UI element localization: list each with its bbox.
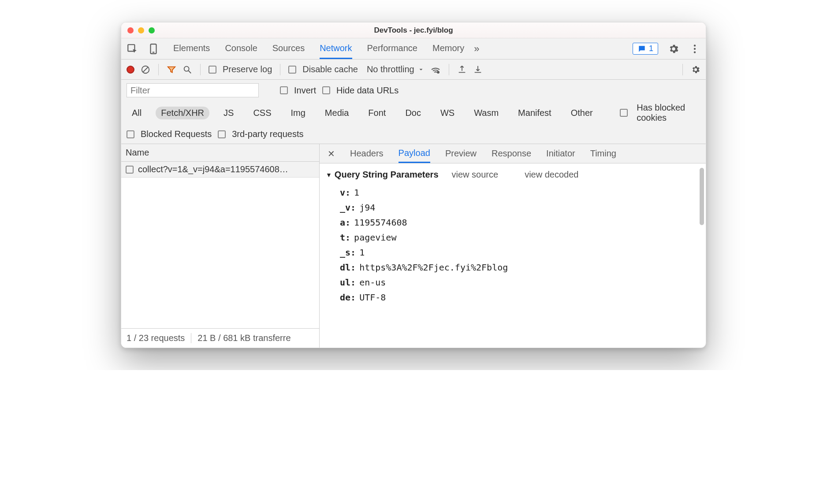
svg-point-8 xyxy=(184,66,189,71)
request-name: collect?v=1&_v=j94&a=1195574608… xyxy=(138,164,288,174)
svg-point-3 xyxy=(694,44,696,46)
param-value: 1 xyxy=(359,247,365,258)
query-param: _s:1 xyxy=(340,245,697,260)
svg-point-10 xyxy=(437,71,440,74)
detail-tab-response[interactable]: Response xyxy=(492,145,531,162)
minimize-window-button[interactable] xyxy=(138,27,144,33)
section-title-text: Query String Parameters xyxy=(335,170,439,180)
type-css[interactable]: CSS xyxy=(248,107,276,119)
kebab-menu-icon[interactable] xyxy=(689,43,700,55)
tabs-overflow-button[interactable]: » xyxy=(474,43,479,55)
settings-icon[interactable] xyxy=(668,43,679,55)
row-checkbox[interactable] xyxy=(126,166,134,174)
window-controls xyxy=(127,27,155,33)
view-decoded-link[interactable]: view decoded xyxy=(525,170,578,180)
device-toolbar-icon[interactable] xyxy=(148,43,159,55)
blocked-requests-checkbox[interactable] xyxy=(127,130,134,138)
invert-label: Invert xyxy=(294,85,316,96)
inspect-element-icon[interactable] xyxy=(127,43,138,55)
request-row[interactable]: collect?v=1&_v=j94&a=1195574608… xyxy=(121,162,319,178)
network-settings-icon[interactable] xyxy=(691,65,700,74)
svg-line-9 xyxy=(189,70,191,73)
request-rows: collect?v=1&_v=j94&a=1195574608… xyxy=(121,162,319,328)
param-key: de: xyxy=(340,292,356,303)
request-list-panel: Name collect?v=1&_v=j94&a=1195574608… 1 … xyxy=(121,144,320,348)
type-font[interactable]: Font xyxy=(363,107,391,119)
view-source-link[interactable]: view source xyxy=(452,170,499,180)
query-param: a:1195574608 xyxy=(340,215,697,230)
issues-badge[interactable]: 1 xyxy=(633,43,658,55)
type-fetch-xhr[interactable]: Fetch/XHR xyxy=(156,107,209,119)
param-value: en-us xyxy=(359,277,386,288)
query-param: v:1 xyxy=(340,185,697,200)
type-other[interactable]: Other xyxy=(566,107,598,119)
has-blocked-cookies-checkbox[interactable] xyxy=(620,109,628,117)
third-party-checkbox[interactable] xyxy=(218,130,226,138)
import-har-icon[interactable] xyxy=(457,65,467,74)
tab-elements[interactable]: Elements xyxy=(173,39,210,59)
close-window-button[interactable] xyxy=(127,27,134,33)
type-doc[interactable]: Doc xyxy=(400,107,426,119)
query-param: dl:https%3A%2F%2Fjec.fyi%2Fblog xyxy=(340,260,697,275)
hide-data-urls-label: Hide data URLs xyxy=(336,85,399,96)
filter-input[interactable] xyxy=(127,83,259,97)
detail-tab-payload[interactable]: Payload xyxy=(399,145,430,163)
detail-tab-headers[interactable]: Headers xyxy=(350,145,384,162)
param-key: v: xyxy=(340,187,350,198)
query-params-list: v:1_v:j94a:1195574608t:pageview_s:1dl:ht… xyxy=(340,185,697,305)
type-all[interactable]: All xyxy=(127,107,147,119)
tab-network[interactable]: Network xyxy=(320,39,352,59)
scrollbar[interactable] xyxy=(700,168,704,225)
param-key: a: xyxy=(340,217,350,228)
search-icon[interactable] xyxy=(183,65,192,74)
section-toggle[interactable]: ▼ Query String Parameters xyxy=(326,170,439,180)
network-conditions-icon[interactable] xyxy=(430,64,441,75)
param-key: _s: xyxy=(340,247,356,258)
column-header-name[interactable]: Name xyxy=(121,144,319,162)
query-param: _v:j94 xyxy=(340,200,697,215)
status-transferred: 21 B / 681 kB transferre xyxy=(197,333,291,343)
tab-memory[interactable]: Memory xyxy=(432,39,464,59)
invert-checkbox[interactable] xyxy=(280,86,288,94)
triangle-down-icon: ▼ xyxy=(326,171,332,178)
record-button[interactable] xyxy=(127,66,134,74)
throttling-select[interactable]: No throttling xyxy=(367,64,424,74)
param-value: 1 xyxy=(354,187,359,198)
tab-sources[interactable]: Sources xyxy=(272,39,305,59)
export-har-icon[interactable] xyxy=(473,65,483,74)
has-blocked-cookies-label: Has blocked cookies xyxy=(637,103,700,123)
param-key: ul: xyxy=(340,277,356,288)
disable-cache-checkbox[interactable] xyxy=(288,66,296,74)
type-media[interactable]: Media xyxy=(320,107,354,119)
tab-console[interactable]: Console xyxy=(225,39,257,59)
param-key: dl: xyxy=(340,262,356,273)
titlebar: DevTools - jec.fyi/blog xyxy=(121,22,706,38)
type-manifest[interactable]: Manifest xyxy=(513,107,557,119)
preserve-log-checkbox[interactable] xyxy=(209,66,216,74)
detail-tab-preview[interactable]: Preview xyxy=(445,145,477,162)
param-value: j94 xyxy=(359,202,375,213)
blocked-requests-label: Blocked Requests xyxy=(141,129,212,139)
request-detail-panel: ✕ Headers Payload Preview Response Initi… xyxy=(320,144,706,348)
filter-icon[interactable] xyxy=(167,65,176,74)
hide-data-urls-checkbox[interactable] xyxy=(322,86,330,94)
third-party-label: 3rd-party requests xyxy=(232,129,303,139)
param-key: _v: xyxy=(340,202,356,213)
main-tab-bar: Elements Console Sources Network Perform… xyxy=(121,38,706,59)
clear-icon[interactable] xyxy=(141,65,150,74)
type-wasm[interactable]: Wasm xyxy=(469,107,504,119)
close-detail-icon[interactable]: ✕ xyxy=(328,148,335,159)
type-ws[interactable]: WS xyxy=(435,107,460,119)
param-value: pageview xyxy=(354,232,396,243)
type-js[interactable]: JS xyxy=(218,107,239,119)
type-img[interactable]: Img xyxy=(286,107,311,119)
detail-tab-timing[interactable]: Timing xyxy=(590,145,616,162)
payload-section-header: ▼ Query String Parameters view source vi… xyxy=(326,170,697,180)
detail-tab-bar: ✕ Headers Payload Preview Response Initi… xyxy=(320,144,706,163)
extra-check-row: Blocked Requests 3rd-party requests xyxy=(121,126,706,144)
tab-performance[interactable]: Performance xyxy=(367,39,418,59)
zoom-window-button[interactable] xyxy=(149,27,155,33)
detail-tab-initiator[interactable]: Initiator xyxy=(546,145,575,162)
svg-line-7 xyxy=(143,67,148,72)
query-param: t:pageview xyxy=(340,230,697,245)
